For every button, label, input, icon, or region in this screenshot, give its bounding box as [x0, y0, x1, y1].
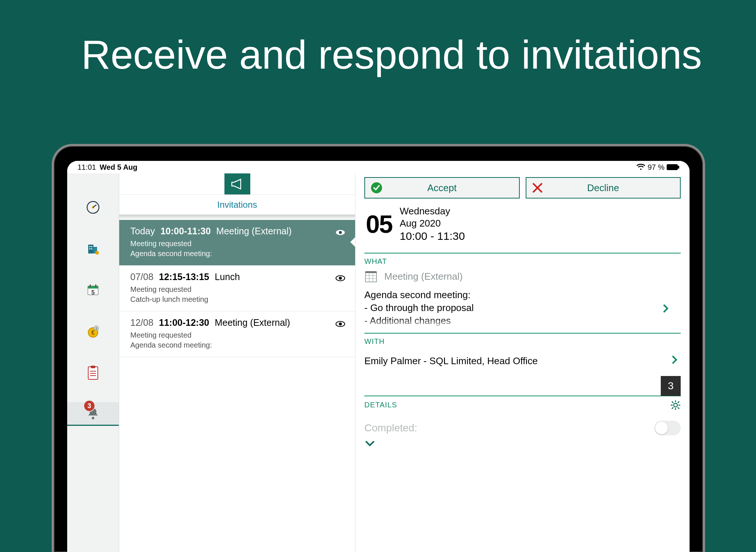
svg-rect-21: [91, 366, 95, 368]
invite-title: Meeting (External): [215, 317, 290, 328]
section-what-label: WHAT: [364, 257, 681, 266]
chevron-right-icon: [671, 355, 678, 365]
invite-title: Lunch: [215, 272, 240, 282]
svg-line-44: [672, 401, 673, 403]
tablet-frame: 11:01 Wed 5 Aug 97 %: [52, 144, 705, 552]
tab-invitations[interactable]: Invitations: [208, 200, 266, 210]
details-label-text: DETAILS: [364, 401, 397, 409]
mid-header: [119, 173, 355, 195]
completed-row: Completed:: [364, 415, 681, 438]
wifi-icon: [636, 164, 645, 170]
invitations-list: Today 10:00-11:30 Meeting (External) Mee…: [119, 215, 355, 552]
invite-sub1: Meeting requested: [130, 284, 344, 294]
invite-title: Meeting (External): [216, 226, 292, 236]
attendee-row[interactable]: Emily Palmer - SQL Limited, Head Office: [364, 350, 681, 377]
eye-icon: [335, 319, 346, 329]
svg-text:€: €: [92, 330, 95, 336]
month-year: Aug 2020: [400, 217, 465, 230]
chevron-down-icon: [364, 440, 681, 447]
invite-sub2: Agenda second meeting:: [130, 340, 344, 350]
statusbar-time: 11:01: [78, 163, 96, 172]
date-header: 05 Wednesday Aug 2020 10:00 - 11:30: [366, 205, 681, 243]
nav-clipboard[interactable]: [67, 361, 119, 384]
svg-rect-14: [90, 284, 91, 287]
invite-time: 11:00-12:30: [159, 317, 209, 328]
statusbar-date: Wed 5 Aug: [100, 163, 137, 172]
marketing-headline: Receive and respond to invitations: [81, 33, 702, 76]
nav-sale[interactable]: €$: [67, 320, 119, 343]
notifications-badge: 3: [84, 401, 94, 411]
nav-dashboard[interactable]: [67, 196, 119, 219]
detail-panel: Accept Decline 05 Wednesday Aug 2020 1: [355, 173, 690, 552]
expand-button[interactable]: [364, 440, 681, 447]
svg-point-31: [339, 322, 342, 325]
invitation-item[interactable]: Today 10:00-11:30 Meeting (External) Mee…: [119, 220, 355, 266]
decline-button[interactable]: Decline: [526, 177, 681, 199]
svg-rect-13: [88, 286, 98, 289]
x-icon: [532, 182, 543, 194]
check-circle-icon: [370, 182, 383, 194]
divider: [364, 253, 681, 253]
svg-rect-1: [678, 166, 679, 169]
section-with-label: WITH: [364, 337, 681, 346]
svg-point-25: [92, 417, 94, 419]
eye-icon: [335, 227, 346, 238]
svg-line-4: [93, 205, 96, 207]
svg-rect-10: [91, 248, 92, 249]
statusbar-battery-pct: 97 %: [647, 163, 664, 172]
invite-sub1: Meeting requested: [130, 330, 344, 340]
invite-time: 10:00-11:30: [161, 226, 211, 236]
day-of-week: Wednesday: [400, 205, 465, 217]
clipboard-icon: [87, 365, 99, 380]
day-number: 05: [366, 211, 392, 237]
nav-notifications[interactable]: 3: [67, 402, 119, 426]
svg-rect-7: [89, 246, 90, 247]
svg-rect-34: [365, 271, 377, 273]
coin-icon: €$: [86, 324, 100, 338]
decline-label: Decline: [587, 182, 619, 194]
agenda-row[interactable]: Agenda second meeting: - Go through the …: [364, 289, 681, 329]
calendar-day-label: 5: [86, 289, 100, 296]
svg-point-27: [339, 231, 342, 234]
svg-rect-0: [667, 164, 678, 170]
svg-line-45: [678, 407, 679, 409]
what-row[interactable]: Meeting (External): [364, 270, 681, 283]
accept-button[interactable]: Accept: [364, 177, 520, 199]
svg-rect-33: [365, 272, 377, 282]
megaphone-icon: [231, 179, 244, 190]
gear-icon[interactable]: [670, 400, 681, 410]
screen: 11:01 Wed 5 Aug 97 %: [67, 161, 690, 552]
attendee-text: Emily Palmer - SQL Limited, Head Office: [364, 355, 538, 366]
svg-rect-15: [95, 284, 96, 287]
status-bar: 11:01 Wed 5 Aug 97 %: [67, 161, 690, 173]
svg-point-29: [339, 277, 342, 280]
section-details-label: DETAILS: [364, 400, 681, 410]
invite-time: 12:15-13:15: [159, 272, 209, 282]
svg-rect-8: [91, 246, 92, 247]
with-section: Emily Palmer - SQL Limited, Head Office …: [364, 350, 681, 377]
nav-calendar[interactable]: 5: [67, 278, 119, 302]
calendar-grid-icon: [364, 270, 378, 283]
svg-line-47: [672, 407, 673, 409]
invitation-item[interactable]: 07/08 12:15-13:15 Lunch Meeting requeste…: [119, 266, 355, 311]
invite-date: 12/08: [130, 317, 154, 328]
invite-sub2: Agenda second meeting:: [130, 249, 344, 259]
accept-label: Accept: [427, 182, 457, 194]
eye-icon: [335, 273, 346, 283]
svg-line-46: [678, 401, 679, 403]
svg-text:$: $: [95, 327, 97, 330]
invite-sub1: Meeting requested: [130, 239, 344, 249]
announce-button[interactable]: [224, 173, 250, 194]
invitation-item[interactable]: 12/08 11:00-12:30 Meeting (External) Mee…: [119, 311, 355, 357]
invitations-panel: Invitations Today 10:00-11:30 Meeting (E…: [119, 173, 355, 552]
calendar-icon: 5: [86, 283, 100, 297]
completed-label: Completed:: [364, 422, 417, 434]
tabbar: Invitations: [119, 195, 355, 215]
agenda-text: Agenda second meeting: - Go through the …: [364, 289, 681, 329]
divider: [364, 396, 681, 396]
invite-date: Today: [130, 226, 155, 236]
nav-company[interactable]: [67, 237, 119, 261]
attendee-count-badge[interactable]: 3: [661, 376, 681, 396]
what-type: Meeting (External): [384, 271, 463, 282]
completed-toggle[interactable]: [654, 421, 681, 435]
